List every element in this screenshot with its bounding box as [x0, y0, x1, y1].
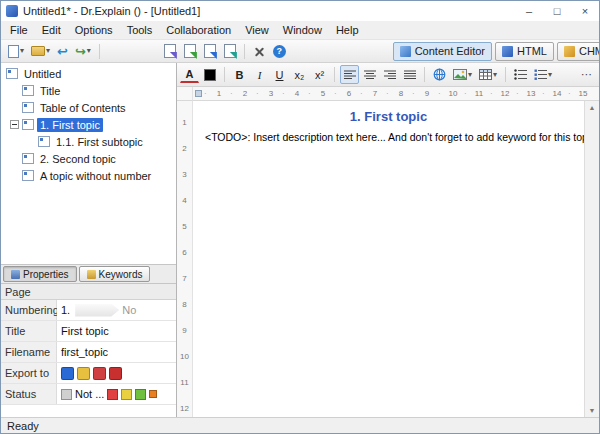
align-center-button[interactable]: [360, 65, 379, 84]
bullet-list-button[interactable]: [511, 65, 530, 84]
open-project-button[interactable]: ▾: [28, 41, 53, 61]
vertical-ruler: 1 2 3 4 5 6 7 8 9 10 11 12: [177, 101, 193, 417]
numbering-label: Numbering: [1, 300, 57, 320]
underline-button[interactable]: U: [270, 65, 289, 84]
export-rtf-button[interactable]: [201, 41, 219, 61]
property-row-title: Title First topic: [1, 321, 176, 342]
tree-item-title[interactable]: Title: [1, 82, 176, 99]
align-right-button[interactable]: [380, 65, 399, 84]
status-green-swatch[interactable]: [135, 389, 146, 400]
html-preview-button[interactable]: HTML: [495, 42, 554, 61]
tree-item-first-topic[interactable]: 1. First topic: [1, 116, 176, 133]
editor-pane: A B I U x₂ x²: [177, 63, 599, 417]
ruler-number: 4: [182, 187, 186, 213]
text-color-button[interactable]: [200, 65, 219, 84]
tab-properties-label: Properties: [23, 269, 69, 280]
menu-edit[interactable]: Edit: [35, 21, 68, 39]
menu-collaboration[interactable]: Collaboration: [159, 21, 238, 39]
menu-window[interactable]: Window: [276, 21, 329, 39]
superscript-button[interactable]: x²: [310, 65, 329, 84]
settings-button[interactable]: [250, 41, 269, 61]
status-red-swatch[interactable]: [107, 389, 118, 400]
menu-options[interactable]: Options: [68, 21, 120, 39]
new-project-button[interactable]: ▾: [5, 41, 27, 61]
chevron-down-icon[interactable]: ▾: [87, 47, 91, 55]
chevron-down-icon[interactable]: ▾: [468, 71, 472, 79]
ruler-number: 13: [518, 89, 544, 98]
insert-image-button[interactable]: ▾: [450, 65, 475, 84]
menu-file[interactable]: File: [3, 21, 35, 39]
content-editor-button[interactable]: Content Editor: [393, 42, 492, 61]
filename-value[interactable]: first_topic: [57, 342, 176, 362]
export-html-icon[interactable]: [61, 367, 74, 380]
font-button[interactable]: A: [180, 66, 199, 83]
export-chm-icon[interactable]: [77, 367, 90, 380]
menu-view[interactable]: View: [238, 21, 276, 39]
insert-table-button[interactable]: ▾: [476, 65, 500, 84]
status-yellow-swatch[interactable]: [121, 389, 132, 400]
status-value[interactable]: Not ...: [57, 384, 176, 404]
maximize-button[interactable]: □: [543, 1, 571, 21]
scroll-up-icon[interactable]: ▲: [589, 104, 596, 111]
numbering-value[interactable]: 1. No: [57, 300, 176, 320]
align-left-button[interactable]: [340, 65, 359, 84]
help-button[interactable]: ?: [270, 41, 289, 61]
title-label: Title: [1, 321, 57, 341]
topic-heading[interactable]: 1. First topic: [205, 109, 572, 124]
collapse-icon[interactable]: [10, 120, 19, 129]
topic-body-text[interactable]: <TODO>: Insert description text here... …: [205, 131, 572, 143]
more-tools-button[interactable]: ⋯: [577, 65, 596, 84]
status-orange-swatch[interactable]: [149, 390, 157, 398]
tree-item-toc[interactable]: Table of Contents: [1, 99, 176, 116]
chevron-down-icon[interactable]: ▾: [46, 47, 50, 55]
undo-button[interactable]: ↩: [54, 41, 71, 61]
properties-filler: [1, 405, 176, 417]
export-pdf-icon: [224, 44, 236, 58]
hyperlink-button[interactable]: [430, 65, 449, 84]
page-icon: [22, 170, 34, 181]
export-chm-icon: [184, 44, 196, 58]
tab-keywords[interactable]: Keywords: [79, 266, 151, 282]
export-value: [57, 363, 176, 383]
title-value[interactable]: First topic: [57, 321, 176, 341]
scroll-down-icon[interactable]: ▼: [589, 407, 596, 414]
editor-scrollbar[interactable]: ▲ ▼: [584, 101, 599, 417]
tree-item-second-topic[interactable]: 2. Second topic: [1, 150, 176, 167]
ruler-number: 14: [544, 89, 570, 98]
align-justify-button[interactable]: [400, 65, 419, 84]
export-pdf-icon[interactable]: [109, 367, 122, 380]
export-webhelp-button[interactable]: [161, 41, 179, 61]
tree-item-untitled[interactable]: Untitled: [1, 65, 176, 82]
titlebar: Untitled1* - Dr.Explain () - [Untitled1]…: [1, 1, 599, 21]
menu-help[interactable]: Help: [329, 21, 366, 39]
tree-item-topic-without-number[interactable]: A topic without number: [1, 167, 176, 184]
indent-marker[interactable]: [195, 90, 202, 97]
chevron-down-icon[interactable]: ▾: [548, 71, 552, 79]
export-chm-button[interactable]: [181, 41, 199, 61]
redo-button[interactable]: ↪ ▾: [72, 41, 94, 61]
tab-properties[interactable]: Properties: [3, 266, 77, 282]
ruler-number: 12: [180, 395, 189, 417]
subscript-button[interactable]: x₂: [290, 65, 309, 84]
export-rtf-icon[interactable]: [93, 367, 106, 380]
editor-content[interactable]: 1. First topic <TODO>: Insert descriptio…: [193, 101, 584, 417]
status-none-swatch[interactable]: [61, 389, 72, 400]
numbered-list-button[interactable]: ▾: [531, 65, 555, 84]
ruler-number: 5: [310, 89, 336, 98]
tree-item-label: Untitled: [21, 67, 64, 81]
html-label: HTML: [517, 45, 547, 57]
menu-tools[interactable]: Tools: [120, 21, 160, 39]
chm-preview-button[interactable]: CHM: [557, 42, 599, 61]
bold-button[interactable]: B: [230, 65, 249, 84]
align-right-icon: [384, 70, 396, 80]
export-pdf-button[interactable]: [221, 41, 239, 61]
chevron-down-icon[interactable]: ▾: [493, 71, 497, 79]
window-title: Untitled1* - Dr.Explain () - [Untitled1]: [23, 5, 515, 17]
content-editor-label: Content Editor: [415, 45, 485, 57]
property-row-filename: Filename first_topic: [1, 342, 176, 363]
italic-button[interactable]: I: [250, 65, 269, 84]
close-button[interactable]: ×: [571, 1, 599, 21]
chevron-down-icon[interactable]: ▾: [20, 47, 24, 55]
minimize-button[interactable]: –: [515, 1, 543, 21]
tree-item-first-subtopic[interactable]: 1.1. First subtopic: [1, 133, 176, 150]
